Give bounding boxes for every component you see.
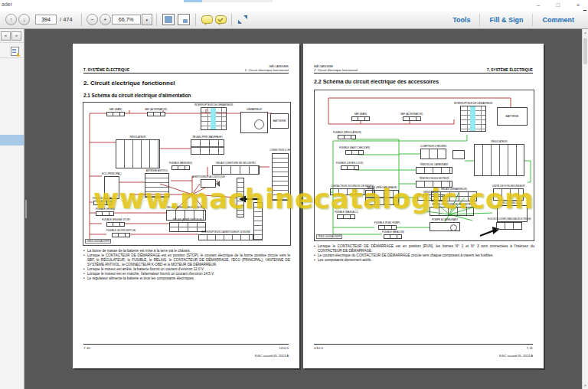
- diagram-component: FUSIBLE (EASY CHECKER): [339, 147, 370, 155]
- fullscreen-icon[interactable]: [237, 15, 248, 25]
- diagram-component: RÉGULATEUR: [116, 136, 160, 168]
- tab-comment[interactable]: Comment: [532, 14, 583, 26]
- section-title: 2. Circuit électrique fonctionnel: [83, 80, 175, 87]
- toolbar-separator: [156, 14, 157, 26]
- diagram-component: POMPE À CARBURANT: [430, 219, 460, 231]
- diagram-component: RÉGULATEUR: [474, 141, 524, 176]
- vertical-scrollbar[interactable]: ▲ ▼: [582, 29, 588, 389]
- fit-width-icon[interactable]: [162, 14, 175, 25]
- diagram-component: FUSIBLE (FUEL PUMP): [374, 222, 400, 230]
- diagram-component: SBF (MAIN): [106, 109, 125, 116]
- diagram-component: FUSIBLE (ENGINE STOP): [102, 219, 130, 227]
- subsection-title: 2.2 Schéma du circuit électrique des acc…: [314, 79, 439, 84]
- header-section-bottom: 2. Circuit électrique fonctionnel: [314, 68, 358, 72]
- scrollbar-thumb[interactable]: [583, 38, 587, 64]
- header-chapter: 7. SYSTÈME ÉLECTRIQUE: [83, 68, 129, 72]
- wiring-diagram-accessoires: SBF (MAIN) SBF (ALTERNATOR) INTERRUPTEUR…: [314, 90, 534, 241]
- fit-page-icon[interactable]: [178, 14, 190, 25]
- export-page-icon[interactable]: [11, 47, 19, 56]
- footer-model-code: U10-5: [279, 346, 289, 350]
- diagram-component: BATTERIE: [270, 113, 289, 129]
- close-icon[interactable]: ×: [568, 0, 588, 10]
- maximize-icon[interactable]: □: [548, 0, 568, 10]
- key-position-highlight: [470, 106, 475, 131]
- figure-id: 2SBJL00049A01KFR: [316, 234, 342, 239]
- page-number-input[interactable]: [35, 15, 57, 25]
- highlight-comment-icon[interactable]: [215, 15, 227, 24]
- scroll-up-icon[interactable]: ▲: [583, 31, 588, 34]
- page-total-label: / 474: [60, 16, 73, 23]
- toolbar: ↑ ↓ / 474 − + 66.7% ▾ Tools Fill & Sign …: [0, 11, 588, 29]
- diagram-component: INTERRUPTEUR DE DÉMARREUR: [194, 104, 233, 130]
- page-header: 7. SYSTÈME ÉLECTRIQUE MÉCANISME 2. Circu…: [83, 60, 289, 74]
- footer-rule: [314, 344, 533, 345]
- zoom-out-button[interactable]: −: [87, 14, 98, 25]
- diagram-component: RELAIS (ARRÊT MOTEUR): [169, 219, 206, 232]
- sidebar-divider: [0, 57, 24, 58]
- sidebar-divider: [0, 42, 24, 43]
- diagram-component: BATTERIE: [497, 107, 528, 126]
- site-watermark: www.machinecatalogic.com: [93, 183, 522, 214]
- body-text: Lorsque le CONTACTEUR DE DÉMARRAGE est e…: [314, 244, 534, 263]
- panel-splitter-handle[interactable]: [25, 200, 27, 218]
- titlebar-accent-gray: [202, 0, 273, 2]
- minimize-icon[interactable]: –: [528, 0, 548, 10]
- subsection-title: 2.1 Schéma du circuit électrique d'alime…: [83, 93, 191, 98]
- diagram-small-box: [452, 150, 465, 159]
- sidebar-collapse-icon[interactable]: «: [1, 31, 11, 41]
- header-chapter: 7. SYSTÈME ÉLECTRIQUE: [487, 68, 533, 72]
- diagram-component: RELAIS (PRÉCHAUFFAGE): [191, 136, 224, 155]
- diagram-component: SBF (ALTERNATOR): [400, 113, 423, 121]
- tab-tools[interactable]: Tools: [443, 14, 479, 26]
- key-position-highlight: [211, 108, 216, 129]
- diagram-component: INTERRUPTEUR D'AVERTISSEUR SONORE: [198, 231, 253, 240]
- window-title: ader: [2, 2, 12, 7]
- sidebar-expand-icon[interactable]: »: [11, 31, 21, 41]
- footer-page-number: 7-10: [83, 346, 90, 350]
- figure-id: 2SBJL00053A01KFR: [85, 239, 111, 244]
- diagram-component: FUSIBLE (BENDING): [169, 162, 192, 170]
- footer-issue-note: KiSC issued 05, 2023 A: [499, 354, 533, 358]
- next-page-button[interactable]: ↓: [18, 14, 30, 25]
- diagram-component: FUSIBLE (LEVER LOCK): [336, 162, 363, 170]
- diagram-component: TÉMOIN DE CARBURANT: [416, 164, 452, 174]
- previous-page-button[interactable]: ↑: [5, 14, 17, 25]
- sidebar-selected-item[interactable]: [0, 135, 24, 145]
- scroll-down-icon[interactable]: ▼: [583, 384, 588, 387]
- titlebar-accent-blue: [184, 0, 202, 2]
- footer-page-number: 7-11: [527, 346, 533, 350]
- window-titlebar: ader – □ ×: [0, 0, 588, 11]
- zoom-level-value[interactable]: 66.7%: [112, 15, 141, 25]
- diagram-component: INTERRUPTEUR DE DÉMARREUR: [454, 103, 492, 132]
- footer-issue-note: KiSC issued 05, 2023 A: [255, 354, 289, 358]
- diagram-component: RELAIS (CEINTURE DE SÉCURITÉ): [212, 162, 260, 175]
- diagram-component: FUSIBLE (BEACON): [382, 231, 404, 239]
- header-section-bottom: 2. Circuit électrique fonctionnel: [245, 68, 289, 72]
- toolbar-separator: [231, 14, 232, 26]
- tab-fill-and-sign[interactable]: Fill & Sign: [479, 14, 532, 26]
- diagram-component: SBF (ALTERNATOR): [145, 109, 167, 116]
- diagram-component: FUSIBLE (HORN SWITCH): [106, 230, 136, 237]
- diagram-component: DÉMARREUR: [240, 109, 268, 133]
- wiring-diagram-alimentation: SBF (MAIN) SBF (ALTERNATOR) INTERRUPTEUR…: [83, 102, 291, 246]
- document-canvas[interactable]: 7. SYSTÈME ÉLECTRIQUE MÉCANISME 2. Circu…: [24, 29, 582, 389]
- toolbar-separator: [81, 14, 82, 26]
- diagram-component: BOUCHON (JOKER) (FAISCEAU ÉLECTRIQUE): [488, 219, 531, 230]
- diagram-component: COMPTEUR D'HEURES: [420, 145, 446, 159]
- sidebar-panel: « »: [0, 29, 24, 389]
- toolbar-separator: [195, 14, 196, 26]
- body-text: La borne de masse de la batterie est mis…: [83, 249, 290, 281]
- footer-rule: [83, 344, 289, 345]
- footer-model-code: U10-5: [314, 346, 323, 350]
- diagram-component: FUSIBLE (RÉGULATEUR): [333, 132, 361, 139]
- zoom-dropdown-button[interactable]: ▾: [142, 14, 152, 25]
- zoom-in-button[interactable]: +: [100, 14, 111, 25]
- page-header: MÉCANISME 2. Circuit électrique fonction…: [314, 60, 533, 74]
- diagram-component: SBF (MAIN): [351, 113, 370, 121]
- sticky-note-icon[interactable]: [201, 15, 213, 24]
